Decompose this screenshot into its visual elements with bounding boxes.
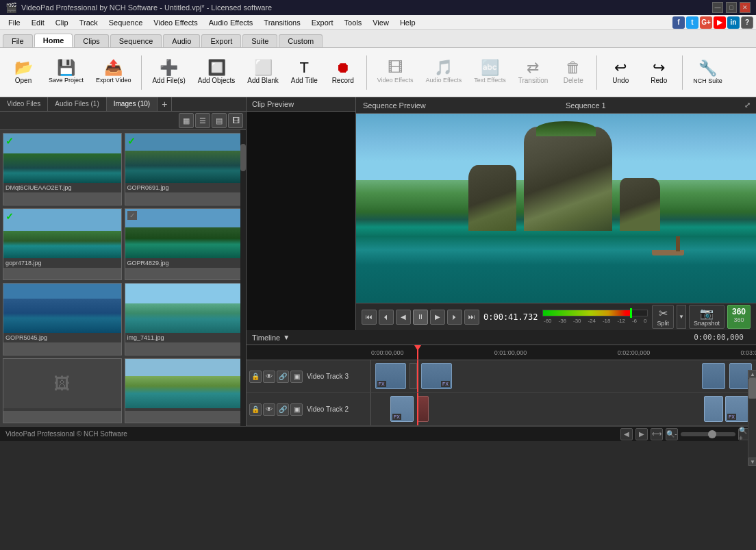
menu-track[interactable]: Track bbox=[74, 15, 103, 30]
media-item[interactable]: ✓ DMqt6CiUEAAO2ET.jpg bbox=[3, 133, 122, 205]
transition-button[interactable]: ⇄ Transition bbox=[514, 51, 553, 95]
tab-custom[interactable]: Custom bbox=[279, 34, 323, 47]
clip-block[interactable] bbox=[704, 396, 723, 422]
timeline-scroll-left[interactable]: ◀ bbox=[620, 428, 633, 440]
zoom-handle[interactable] bbox=[708, 430, 716, 438]
tab-audio[interactable]: Audio bbox=[163, 34, 200, 47]
snapshot-button[interactable]: 📷 Snapshot bbox=[689, 305, 724, 329]
media-item[interactable]: ✓ gopr4718.jpg bbox=[3, 208, 122, 281]
tab-audio-files[interactable]: Audio Files (1) bbox=[48, 97, 106, 111]
googleplus-icon[interactable]: G+ bbox=[700, 16, 712, 29]
clip-block[interactable]: FX bbox=[421, 363, 452, 389]
menu-tools[interactable]: Tools bbox=[339, 15, 368, 30]
view-filmstrip-button[interactable]: 🎞 bbox=[228, 113, 243, 128]
menu-view[interactable]: View bbox=[367, 15, 394, 30]
clip-preview-tab[interactable]: Clip Preview bbox=[247, 97, 355, 112]
redo-button[interactable]: ↪ Redo bbox=[641, 51, 677, 95]
record-button[interactable]: ⏺ Record bbox=[325, 51, 361, 95]
text-effects-button[interactable]: 🔤 Text Effects bbox=[469, 51, 510, 95]
sequence-preview-tab[interactable]: Sequence Preview bbox=[356, 99, 433, 112]
track-link-button[interactable]: 🔗 bbox=[277, 371, 289, 383]
facebook-icon[interactable]: f bbox=[672, 16, 685, 29]
clip-block[interactable]: FX bbox=[375, 363, 406, 389]
media-item[interactable]: 🖼 bbox=[3, 358, 122, 424]
menu-help[interactable]: Help bbox=[394, 15, 421, 30]
track-eye-button[interactable]: 👁 bbox=[263, 371, 275, 383]
menu-sequence[interactable]: Sequence bbox=[103, 15, 149, 30]
forward-button[interactable]: ▶ bbox=[430, 310, 445, 325]
view-thumbnails-button[interactable]: ▦ bbox=[179, 113, 194, 128]
close-button[interactable]: ✕ bbox=[740, 2, 751, 13]
media-item[interactable]: GOPR5045.jpg bbox=[3, 283, 122, 355]
media-item[interactable]: ✓ GOPR0691.jpg bbox=[125, 133, 244, 205]
tab-export[interactable]: Export bbox=[201, 34, 241, 47]
video-effects-button[interactable]: 🎞 Video Effects bbox=[373, 51, 418, 95]
split-dropdown[interactable]: ▼ bbox=[677, 305, 686, 329]
undo-button[interactable]: ↩ Undo bbox=[603, 51, 638, 95]
save-project-button[interactable]: 💾 Save Project bbox=[44, 51, 88, 95]
menu-video-effects[interactable]: Video Effects bbox=[148, 15, 203, 30]
media-item[interactable]: ✓ GOPR4829.jpg bbox=[125, 208, 244, 281]
youtube-icon[interactable]: ▶ bbox=[714, 16, 726, 29]
add-media-tab[interactable]: + bbox=[158, 97, 172, 111]
twitter-icon[interactable]: t bbox=[686, 16, 698, 29]
tab-images[interactable]: Images (10) bbox=[107, 97, 158, 111]
to-end-button[interactable]: ⏭ bbox=[464, 310, 479, 325]
media-item[interactable]: img_7411.jpg bbox=[125, 283, 244, 355]
linkedin-icon[interactable]: in bbox=[727, 16, 740, 29]
help-icon[interactable]: ? bbox=[741, 16, 753, 29]
menu-file[interactable]: File bbox=[3, 15, 26, 30]
scroll-up-button[interactable]: ▲ bbox=[748, 370, 756, 378]
zoom-slider[interactable] bbox=[681, 432, 735, 436]
add-objects-button[interactable]: 🔲 Add Objects bbox=[193, 51, 240, 95]
menu-transitions[interactable]: Transitions bbox=[258, 15, 305, 30]
view-list-button[interactable]: ☰ bbox=[195, 113, 210, 128]
play-pause-button[interactable]: ⏸ bbox=[413, 310, 428, 325]
track-eye-button[interactable]: 👁 bbox=[263, 403, 275, 416]
tab-clips[interactable]: Clips bbox=[74, 34, 108, 47]
media-item[interactable] bbox=[125, 358, 244, 424]
view-details-button[interactable]: ▤ bbox=[212, 113, 227, 128]
to-start-button[interactable]: ⏮ bbox=[362, 310, 377, 325]
next-frame-button[interactable]: ⏵ bbox=[447, 310, 462, 325]
scroll-thumb[interactable] bbox=[748, 378, 756, 399]
export-video-button[interactable]: 📤 Export Video bbox=[91, 51, 136, 95]
menu-export[interactable]: Export bbox=[306, 15, 339, 30]
track-group-button[interactable]: ▣ bbox=[290, 371, 303, 383]
menu-clip[interactable]: Clip bbox=[50, 15, 74, 30]
open-button[interactable]: 📂 Open bbox=[5, 51, 41, 95]
expand-preview-button[interactable]: ⤢ bbox=[739, 98, 756, 112]
delete-button[interactable]: 🗑 Delete bbox=[555, 51, 591, 95]
add-files-button[interactable]: ➕ Add File(s) bbox=[147, 51, 190, 95]
add-blank-button[interactable]: ⬜ Add Blank bbox=[242, 51, 284, 95]
scroll-down-button[interactable]: ▼ bbox=[748, 458, 756, 466]
track-lock-button[interactable]: 🔒 bbox=[249, 371, 262, 383]
rewind-button[interactable]: ◀ bbox=[396, 310, 411, 325]
track-group-button[interactable]: ▣ bbox=[290, 403, 303, 416]
audio-effects-button[interactable]: 🎵 Audio Effects bbox=[420, 51, 466, 95]
prev-frame-button[interactable]: ⏴ bbox=[379, 310, 394, 325]
maximize-button[interactable]: □ bbox=[726, 2, 737, 13]
media-scrollbar[interactable] bbox=[240, 130, 246, 426]
tab-file[interactable]: File bbox=[3, 34, 33, 47]
tab-sequence[interactable]: Sequence bbox=[110, 34, 162, 47]
clip-block[interactable] bbox=[702, 363, 725, 389]
clip-block[interactable]: FX bbox=[725, 396, 748, 422]
track-link-button[interactable]: 🔗 bbox=[277, 403, 289, 416]
vr360-button[interactable]: 360 360 bbox=[727, 305, 751, 329]
nch-suite-button[interactable]: 🔧 NCH Suite bbox=[688, 51, 727, 95]
tab-home[interactable]: Home bbox=[34, 34, 73, 47]
scrollbar-thumb[interactable] bbox=[240, 144, 246, 171]
timeline-dropdown-arrow[interactable]: ▼ bbox=[283, 334, 290, 341]
menu-edit[interactable]: Edit bbox=[26, 15, 50, 30]
tab-video-files[interactable]: Video Files bbox=[0, 97, 48, 111]
add-title-button[interactable]: T Add Title bbox=[286, 51, 323, 95]
minimize-button[interactable]: — bbox=[712, 2, 723, 13]
clip-block[interactable]: FX bbox=[390, 396, 414, 422]
track-lock-button[interactable]: 🔒 bbox=[249, 403, 262, 416]
zoom-out-button[interactable]: 🔍- bbox=[666, 428, 678, 440]
timeline-fit-button[interactable]: ⟷ bbox=[651, 428, 663, 440]
tab-suite[interactable]: Suite bbox=[242, 34, 277, 47]
menu-audio-effects[interactable]: Audio Effects bbox=[203, 15, 259, 30]
clip-block-active[interactable] bbox=[417, 396, 429, 422]
